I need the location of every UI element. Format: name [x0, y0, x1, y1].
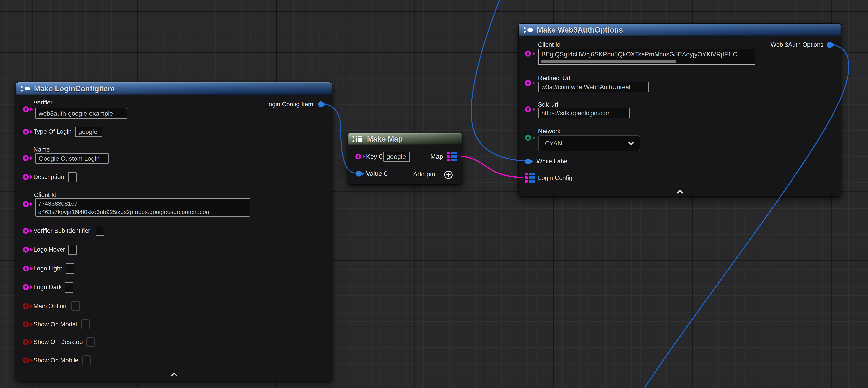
client-id-input[interactable]: BEglQSgt4cUWcj6SKRdu5QkOXTsePmMcusG5EAoy…	[538, 49, 755, 65]
logo-dark-input[interactable]	[65, 282, 73, 293]
logo-hover-input[interactable]	[68, 245, 77, 255]
pin-label-show-on-modal: Show On Modal	[33, 321, 77, 328]
pin-label-key-0: Key 0	[366, 153, 382, 160]
show-on-mobile-checkbox[interactable]	[82, 355, 91, 365]
pin-label-description: Description	[33, 174, 64, 181]
dropdown-chevron-icon	[628, 141, 634, 146]
collapse-chevron-icon[interactable]	[676, 189, 684, 195]
node-header-make-loginconfigitem[interactable]: Make LoginConfigItem	[16, 82, 332, 95]
client-id-input[interactable]: 774338308167- q463s7kpvja16l4l0kko3nb925…	[35, 198, 250, 217]
main-option-checkbox[interactable]	[71, 301, 80, 311]
pin-verifier[interactable]	[23, 107, 29, 112]
pin-label-white-label: White Label	[536, 158, 569, 165]
pin-label-main-option: Main Option	[33, 303, 66, 310]
pin-label-name: Name	[33, 146, 50, 153]
collapse-chevron-icon[interactable]	[170, 371, 178, 377]
pin-white-label[interactable]	[525, 158, 531, 165]
node-header-make-map[interactable]: Make Map	[348, 133, 462, 145]
pin-type-of-login[interactable]	[23, 129, 29, 135]
pin-sdk-url[interactable]	[525, 107, 531, 112]
show-on-desktop-checkbox[interactable]	[86, 337, 95, 347]
pin-label-login-config: Login Config	[538, 175, 572, 182]
name-input[interactable]: Google Custom Login	[35, 153, 109, 164]
pin-show-on-modal[interactable]	[23, 321, 29, 327]
make-struct-icon	[523, 26, 534, 34]
verifier-input[interactable]: web3auth-google-example	[35, 108, 127, 119]
blueprint-canvas[interactable]: Make LoginConfigItem Login Config Item V…	[0, 0, 868, 388]
sdk-url-input[interactable]: https://sdk.openlogin.com	[538, 108, 629, 118]
pin-label-type-of-login: Type Of Login	[33, 128, 71, 135]
network-dropdown[interactable]: CYAN	[538, 136, 640, 151]
pin-label-login-config-item: Login Config Item	[265, 101, 313, 108]
pin-show-on-desktop[interactable]	[23, 339, 29, 345]
pin-label-logo-hover: Logo Hover	[33, 246, 65, 253]
add-pin-button[interactable]	[444, 170, 453, 179]
pin-label-value-0: Value 0	[366, 170, 388, 177]
pin-label-client-id: Client Id	[538, 41, 561, 48]
pin-label-verifier: Verifier	[33, 99, 53, 106]
pin-out-web3auth-options[interactable]	[827, 42, 833, 48]
pin-label-verifier-sub-identifier: Verifier Sub Identifier	[33, 227, 90, 234]
show-on-modal-checkbox[interactable]	[81, 319, 90, 329]
pin-key-0[interactable]	[355, 154, 361, 159]
node-title: Make Map	[367, 135, 403, 143]
pin-value-0[interactable]	[356, 171, 362, 177]
client-id-line2: q463s7kpvja16l4l0kko3nb925ikds2p.apps.go…	[38, 208, 247, 216]
node-title: Make LoginConfigItem	[34, 85, 114, 93]
pin-login-config[interactable]	[525, 173, 535, 183]
key-0-input[interactable]: google	[383, 152, 410, 162]
pin-label-map: Map	[430, 153, 443, 160]
client-id-line1: 774338308167-	[38, 200, 247, 208]
pin-label-logo-light: Logo Light	[33, 265, 62, 272]
wire-map-to-login-config	[461, 156, 523, 177]
pin-description[interactable]	[23, 174, 29, 180]
type-of-login-input[interactable]: google	[75, 126, 102, 137]
pin-label-network: Network	[538, 128, 561, 135]
node-make-map: Make Map Key 0 google Map Value 0 Add pi…	[348, 133, 462, 184]
pin-label-web3auth-options: Web 3Auth Options	[771, 41, 824, 48]
description-input[interactable]	[68, 172, 77, 182]
pin-verifier-sub-identifier[interactable]	[23, 228, 29, 234]
make-map-icon	[352, 135, 364, 143]
node-title: Make Web3AuthOptions	[537, 26, 623, 34]
pin-label-redirect-url: Redirect Url	[538, 75, 570, 82]
pin-redirect-url[interactable]	[525, 80, 531, 86]
pin-label-show-on-desktop: Show On Desktop	[33, 338, 83, 346]
pin-network[interactable]	[525, 135, 531, 141]
pin-label-logo-dark: Logo Dark	[33, 284, 62, 291]
pin-client-id[interactable]	[23, 201, 29, 207]
network-selected-value: CYAN	[545, 140, 562, 147]
redirect-url-input[interactable]: w3a://com.w3a.Web3AuthUnreal	[538, 82, 649, 92]
logo-light-input[interactable]	[66, 263, 74, 274]
add-pin-label: Add pin	[413, 171, 435, 178]
node-header-make-web3authoptions[interactable]: Make Web3AuthOptions	[519, 24, 841, 36]
pin-logo-hover[interactable]	[23, 247, 29, 252]
pin-label-client-id: Client Id	[34, 191, 57, 199]
make-struct-icon	[20, 85, 31, 93]
pin-out-map[interactable]	[446, 152, 457, 161]
pin-label-show-on-mobile: Show On Mobile	[33, 357, 78, 364]
pin-logo-dark[interactable]	[23, 284, 29, 290]
client-id-scrollbar[interactable]	[541, 60, 676, 63]
pin-show-on-mobile[interactable]	[23, 357, 29, 363]
client-id-text: BEglQSgt4cUWcj6SKRdu5QkOXTsePmMcusG5EAoy…	[541, 50, 752, 58]
pin-logo-light[interactable]	[23, 266, 29, 271]
node-make-loginconfigitem: Make LoginConfigItem Login Config Item V…	[16, 82, 332, 381]
wire-top-to-white-label	[471, 0, 525, 161]
node-make-web3authoptions: Make Web3AuthOptions Web 3Auth Options C…	[518, 23, 841, 197]
pin-client-id[interactable]	[525, 51, 531, 57]
pin-label-sdk-url: Sdk Url	[538, 101, 558, 108]
pin-name[interactable]	[23, 155, 29, 161]
verifier-sub-identifier-input[interactable]	[96, 226, 104, 236]
pin-main-option[interactable]	[23, 303, 29, 309]
pin-out-login-config-item[interactable]	[318, 101, 324, 107]
